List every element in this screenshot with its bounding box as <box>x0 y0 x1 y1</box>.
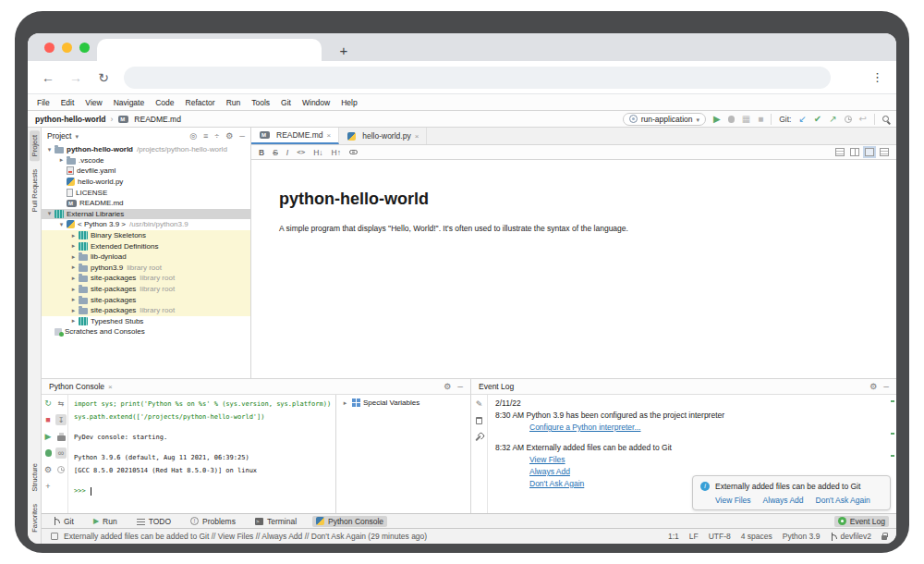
back-button[interactable] <box>41 70 55 85</box>
gear-icon[interactable] <box>444 382 451 391</box>
breadcrumb-project[interactable]: python-hello-world <box>35 115 106 124</box>
tree-row[interactable]: python3.9library root <box>42 263 250 274</box>
stop-button[interactable] <box>758 115 763 124</box>
address-bar[interactable] <box>124 67 831 89</box>
hide-panel-button[interactable] <box>239 131 245 141</box>
tree-row[interactable]: site-packageslibrary root <box>42 305 250 316</box>
stripe-tab-favorites[interactable]: Favorites <box>30 499 40 537</box>
new-tab-button[interactable] <box>333 39 355 61</box>
git-commit-button[interactable] <box>814 115 821 124</box>
history-button[interactable] <box>845 116 852 123</box>
split-view-button[interactable] <box>850 148 859 156</box>
maximize-window-button[interactable] <box>79 43 90 53</box>
locate-file-button[interactable] <box>189 131 197 141</box>
line-separator[interactable]: LF <box>689 532 699 541</box>
special-variables-node[interactable]: Special Variables <box>341 398 466 407</box>
tool-terminal[interactable]: Terminal <box>251 516 300 527</box>
tool-python-console[interactable]: Python Console <box>312 516 387 527</box>
tool-problems[interactable]: Problems <box>187 516 239 527</box>
hide-panel-button[interactable] <box>883 382 889 391</box>
menu-run[interactable]: Run <box>221 98 247 107</box>
editor-tab-hello-world[interactable]: hello-world.py <box>339 128 427 144</box>
console-line[interactable] <box>74 477 330 484</box>
console-line[interactable]: import sys; print('Python %s on %s' % (s… <box>74 398 330 411</box>
event-link[interactable]: View Files <box>529 455 565 464</box>
menu-refactor[interactable]: Refactor <box>180 98 221 107</box>
console-line[interactable] <box>74 423 330 431</box>
menu-file[interactable]: File <box>31 98 55 107</box>
console-settings-button[interactable] <box>43 464 54 475</box>
mark-all-read-button[interactable] <box>476 399 483 409</box>
tree-row[interactable]: Binary Skeletons <box>42 230 250 241</box>
tree-row[interactable]: devfile.yaml <box>42 166 250 177</box>
bold-button[interactable]: B <box>259 148 264 157</box>
attach-debugger-button[interactable] <box>43 448 54 459</box>
breadcrumb-file[interactable]: README.md <box>134 115 181 124</box>
notification-link[interactable]: View Files <box>715 496 751 505</box>
forward-button[interactable] <box>68 70 83 85</box>
tree-row[interactable]: site-packages <box>42 294 250 305</box>
editor-only-view-button[interactable] <box>835 148 845 156</box>
execute-button[interactable] <box>43 431 54 442</box>
status-message[interactable]: Externally added files can be added to G… <box>64 532 663 541</box>
stripe-tab-pull-requests[interactable]: Pull Requests <box>30 165 40 216</box>
gear-icon[interactable] <box>225 131 233 141</box>
tree-row[interactable]: README.md <box>42 198 250 209</box>
chevron-right-icon[interactable] <box>69 307 78 314</box>
tree-row[interactable]: .vscode <box>42 155 250 166</box>
menu-code[interactable]: Code <box>150 98 179 107</box>
expand-collapse-button[interactable] <box>214 131 219 141</box>
menu-git[interactable]: Git <box>275 98 297 107</box>
editor-layout-button[interactable] <box>880 148 889 156</box>
gear-icon[interactable] <box>869 382 877 391</box>
tree-row[interactable]: < Python 3.9 >/usr/bin/python3.9 <box>42 219 250 230</box>
code-button[interactable]: <> <box>297 148 305 156</box>
minimize-window-button[interactable] <box>62 43 72 53</box>
editor-tab-readme[interactable]: README.md <box>251 128 339 144</box>
tool-todo[interactable]: TODO <box>133 516 175 527</box>
tool-run[interactable]: Run <box>90 516 121 527</box>
reload-button[interactable] <box>96 70 111 85</box>
git-branch-widget[interactable]: devfilev2 <box>830 532 871 541</box>
log-settings-button[interactable] <box>475 433 484 442</box>
new-console-button[interactable] <box>43 481 54 492</box>
tree-row[interactable]: Scratches and Consoles <box>42 326 250 337</box>
header-down-button[interactable]: H↓ <box>313 148 322 157</box>
strikethrough-button[interactable]: S <box>273 148 278 157</box>
event-link[interactable]: Don't Ask Again <box>529 479 584 488</box>
chevron-right-icon[interactable] <box>69 275 78 282</box>
menu-help[interactable]: Help <box>335 98 362 107</box>
console-line[interactable]: >>> <box>74 484 330 497</box>
variables-view-button[interactable] <box>55 448 67 459</box>
indent-setting[interactable]: 4 spaces <box>741 532 772 541</box>
chevron-right-icon[interactable] <box>69 232 78 239</box>
notification-link[interactable]: Always Add <box>763 496 804 505</box>
browser-menu-button[interactable] <box>871 70 883 84</box>
chevron-right-icon[interactable] <box>69 242 78 250</box>
chevron-right-icon[interactable] <box>57 156 66 164</box>
console-line[interactable]: [GCC 8.5.0 20210514 (Red Hat 8.5.0-3)] o… <box>74 464 330 477</box>
chevron-down-icon[interactable] <box>45 146 54 153</box>
console-line[interactable] <box>74 444 330 451</box>
tree-row[interactable]: site-packageslibrary root <box>42 273 250 284</box>
notification-link[interactable]: Don't Ask Again <box>816 496 870 505</box>
close-icon[interactable] <box>327 131 332 140</box>
stop-console-button[interactable] <box>43 414 54 425</box>
scroll-to-end-button[interactable] <box>55 414 67 425</box>
git-push-button[interactable] <box>829 115 836 124</box>
run-config-selector[interactable]: run-application <box>623 113 706 126</box>
event-log-title[interactable]: Event Log <box>479 382 514 391</box>
chevron-down-icon[interactable] <box>57 221 66 228</box>
menu-navigate[interactable]: Navigate <box>108 98 151 107</box>
soft-wrap-button[interactable] <box>55 398 67 409</box>
event-link[interactable]: Configure a Python interpreter... <box>529 423 641 432</box>
console-line[interactable]: Python 3.9.6 (default, Aug 11 2021, 06:3… <box>74 451 330 464</box>
git-update-button[interactable] <box>798 115 806 124</box>
close-icon[interactable] <box>108 383 113 391</box>
chevron-right-icon[interactable] <box>69 286 78 293</box>
close-window-button[interactable] <box>44 43 55 53</box>
debug-button[interactable] <box>728 116 735 123</box>
menu-tools[interactable]: Tools <box>246 98 275 107</box>
menu-view[interactable]: View <box>79 98 107 107</box>
tree-row[interactable]: Extended Definitions <box>42 240 250 251</box>
